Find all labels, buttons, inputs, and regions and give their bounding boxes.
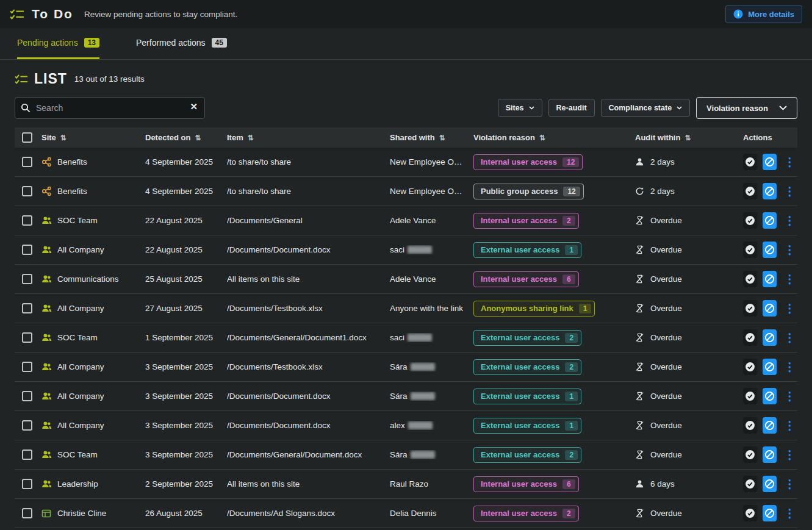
site-name[interactable]: SOC Team — [57, 450, 98, 459]
row-menu-icon[interactable]: ⋮ — [782, 213, 797, 227]
more-details-button[interactable]: More details — [725, 5, 802, 23]
row-checkbox[interactable] — [22, 362, 32, 372]
row-checkbox[interactable] — [22, 274, 32, 284]
column-header-shared-with[interactable]: Shared with⇅ — [390, 133, 473, 142]
sort-icon[interactable]: ⇅ — [684, 134, 691, 142]
row-menu-icon[interactable]: ⋮ — [782, 389, 797, 403]
violation-badge[interactable]: External user access 2 — [473, 447, 581, 463]
column-header-audit-within[interactable]: Audit within⇅ — [635, 133, 743, 142]
row-checkbox[interactable] — [22, 215, 32, 226]
sort-icon[interactable]: ⇅ — [248, 134, 254, 142]
block-button[interactable] — [763, 242, 777, 258]
confirm-button[interactable] — [743, 212, 757, 229]
row-menu-icon[interactable]: ⋮ — [782, 448, 797, 462]
filter-violation-reason-button[interactable]: Violation reason — [696, 97, 797, 119]
block-button[interactable] — [763, 388, 777, 404]
site-name[interactable]: Christie Cline — [57, 509, 106, 518]
site-name[interactable]: All Company — [57, 304, 104, 313]
site-name[interactable]: All Company — [57, 362, 104, 371]
violation-badge[interactable]: Public group access 12 — [473, 184, 584, 199]
row-checkbox[interactable] — [22, 449, 32, 460]
violation-badge[interactable]: Anonymous sharing link 1 — [473, 301, 595, 317]
sort-icon[interactable]: ⇅ — [439, 134, 445, 142]
row-menu-icon[interactable]: ⋮ — [782, 184, 797, 198]
row-checkbox[interactable] — [22, 245, 32, 255]
site-name[interactable]: All Company — [57, 421, 104, 430]
confirm-button[interactable] — [743, 446, 757, 463]
site-name[interactable]: SOC Team — [57, 333, 98, 342]
block-button[interactable] — [763, 300, 777, 317]
confirm-button[interactable] — [743, 329, 757, 346]
row-checkbox[interactable] — [22, 332, 32, 343]
search-input[interactable] — [15, 97, 205, 119]
row-checkbox[interactable] — [22, 508, 32, 518]
tab-pending-actions[interactable]: Pending actions 13 — [17, 28, 99, 59]
violation-badge[interactable]: Internal user access 6 — [473, 271, 579, 287]
tab-performed-actions[interactable]: Performed actions 45 — [136, 28, 227, 59]
confirm-button[interactable] — [743, 359, 757, 375]
block-button[interactable] — [763, 183, 777, 199]
site-name[interactable]: Leadership — [57, 479, 98, 489]
block-button[interactable] — [763, 476, 777, 492]
filter-sites-button[interactable]: Sites — [498, 99, 542, 117]
row-menu-icon[interactable]: ⋮ — [782, 155, 797, 169]
row-menu-icon[interactable]: ⋮ — [782, 418, 797, 432]
row-checkbox[interactable] — [22, 157, 32, 167]
column-header-detected-on[interactable]: Detected on⇅ — [145, 133, 227, 142]
violation-badge[interactable]: Internal user access 2 — [473, 213, 579, 229]
row-menu-icon[interactable]: ⋮ — [782, 243, 797, 257]
block-button[interactable] — [763, 329, 777, 346]
site-name[interactable]: Benefits — [57, 187, 87, 196]
column-header-violation-reason[interactable]: Violation reason⇅ — [473, 133, 635, 142]
row-menu-icon[interactable]: ⋮ — [782, 331, 797, 345]
select-all-checkbox[interactable] — [22, 132, 32, 143]
row-menu-icon[interactable]: ⋮ — [782, 360, 797, 374]
row-menu-icon[interactable]: ⋮ — [782, 301, 797, 315]
site-name[interactable]: Benefits — [57, 157, 87, 167]
row-menu-icon[interactable]: ⋮ — [782, 272, 797, 286]
violation-badge[interactable]: External user access 1 — [473, 418, 581, 434]
block-button[interactable] — [763, 212, 777, 229]
site-name[interactable]: All Company — [57, 245, 104, 254]
confirm-button[interactable] — [743, 476, 757, 492]
site-name[interactable]: SOC Team — [57, 216, 98, 225]
block-button[interactable] — [763, 271, 777, 287]
site-name[interactable]: All Company — [57, 392, 104, 401]
violation-badge[interactable]: Internal user access 6 — [473, 476, 579, 492]
confirm-button[interactable] — [743, 300, 757, 317]
row-checkbox[interactable] — [22, 479, 32, 489]
confirm-button[interactable] — [743, 388, 757, 404]
confirm-button[interactable] — [743, 154, 757, 170]
sort-icon[interactable]: ⇅ — [539, 134, 545, 142]
sort-icon[interactable]: ⇅ — [60, 134, 66, 142]
row-checkbox[interactable] — [22, 186, 32, 196]
confirm-button[interactable] — [743, 183, 757, 199]
block-button[interactable] — [763, 446, 777, 463]
row-checkbox[interactable] — [22, 303, 32, 313]
violation-badge[interactable]: Internal user access 12 — [473, 154, 583, 170]
block-button[interactable] — [763, 359, 777, 375]
row-checkbox[interactable] — [22, 420, 32, 431]
filter-reaudit-button[interactable]: Re-audit — [548, 99, 595, 117]
violation-badge[interactable]: Internal user access 2 — [473, 506, 579, 521]
violation-badge[interactable]: External user access 1 — [473, 242, 581, 258]
row-checkbox[interactable] — [22, 391, 32, 401]
site-name[interactable]: Communications — [57, 274, 119, 284]
violation-badge[interactable]: External user access 2 — [473, 359, 581, 375]
clear-search-icon[interactable]: ✕ — [186, 101, 201, 113]
block-button[interactable] — [763, 154, 777, 170]
column-header-site[interactable]: Site⇅ — [41, 133, 145, 142]
block-button[interactable] — [763, 505, 777, 521]
confirm-button[interactable] — [743, 417, 757, 434]
violation-badge[interactable]: External user access 2 — [473, 330, 581, 346]
row-menu-icon[interactable]: ⋮ — [782, 506, 797, 520]
block-button[interactable] — [763, 417, 777, 434]
column-header-item[interactable]: Item⇅ — [227, 133, 390, 142]
confirm-button[interactable] — [743, 271, 757, 287]
confirm-button[interactable] — [743, 242, 757, 258]
filter-compliance-state-button[interactable]: Compliance state — [601, 99, 691, 117]
sort-icon[interactable]: ⇅ — [195, 134, 201, 142]
violation-badge[interactable]: External user access 1 — [473, 389, 581, 404]
confirm-button[interactable] — [743, 505, 757, 521]
row-menu-icon[interactable]: ⋮ — [782, 477, 797, 491]
